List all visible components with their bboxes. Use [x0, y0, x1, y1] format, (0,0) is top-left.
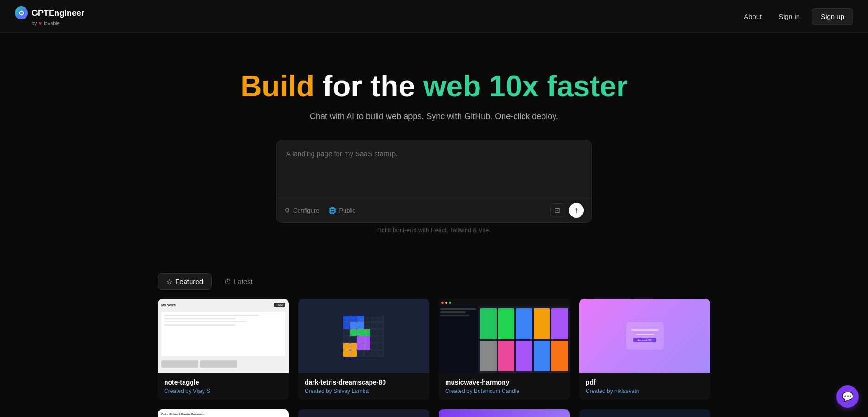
card-thumbnail-tetris	[298, 299, 429, 373]
card-tetris[interactable]: dark-tetris-dreamscape-80 Created by Shi…	[298, 299, 429, 400]
logo-text: GPTEngineer	[32, 8, 84, 18]
thumb-color-picker: Color Picker & Palette Generator	[158, 409, 289, 417]
image-icon: ⊡	[555, 207, 560, 214]
signin-button[interactable]: Sign in	[774, 10, 804, 23]
card-music[interactable]: musicwave-harmony Created by Botanicum C…	[439, 299, 570, 400]
tab-latest-label: Latest	[234, 278, 253, 285]
prompt-container: ⚙ Configure 🌐 Public ⊡ ↑	[276, 140, 592, 234]
chat-icon: 💬	[842, 391, 854, 402]
card-color-picker[interactable]: Color Picker & Palette Generator	[158, 409, 289, 417]
prompt-hint: Build front-end with React, Tailwind & V…	[276, 227, 592, 234]
card-creator: Created by niklasvatn	[586, 388, 704, 394]
hero-section: Build for the web 10x faster Chat with A…	[0, 33, 868, 259]
tab-featured[interactable]: ☆ Featured	[158, 273, 212, 290]
thumb-dark-app-3	[579, 409, 710, 417]
public-label: Public	[339, 207, 355, 214]
card-info-note-taggle: note-taggle Created by Vijay S	[158, 373, 289, 400]
prompt-actions: ⊡ ↑	[550, 203, 584, 218]
card-info-tetris: dark-tetris-dreamscape-80 Created by Shi…	[298, 373, 429, 400]
about-button[interactable]: About	[739, 10, 766, 23]
logo-area: ⚙ GPTEngineer by ♥ lovable	[15, 6, 84, 26]
configure-label: Configure	[293, 207, 319, 214]
cards-grid-bottom: Color Picker & Palette Generator	[0, 409, 868, 417]
tab-featured-label: Featured	[175, 278, 203, 285]
card-thumbnail-music	[439, 299, 570, 373]
nav: About Sign in Sign up	[739, 8, 853, 25]
site-header: ⚙ GPTEngineer by ♥ lovable About Sign in…	[0, 0, 868, 33]
tabs-area: ☆ Featured ⏱ Latest	[0, 259, 868, 299]
card-dark-app-3[interactable]	[579, 409, 710, 417]
thumb-purple-app	[439, 409, 570, 417]
submit-icon: ↑	[574, 206, 578, 215]
heart-icon: ♥	[39, 20, 42, 26]
logo-by-text: by	[32, 20, 37, 26]
thumb-dark-app-2	[298, 409, 429, 417]
logo-icon: ⚙	[15, 6, 28, 19]
submit-button[interactable]: ↑	[569, 203, 584, 218]
hero-title-10x: 10x	[489, 70, 539, 103]
card-creator: Created by Vijay S	[164, 388, 282, 394]
card-name: dark-tetris-dreamscape-80	[305, 379, 423, 386]
card-note-taggle[interactable]: My Notes + New note-taggle Created by	[158, 299, 289, 400]
hero-title-web: web	[423, 70, 481, 103]
hero-subtitle: Chat with AI to build web apps. Sync wit…	[9, 112, 859, 121]
hero-title-faster: faster	[547, 70, 628, 103]
card-creator: Created by Shivay Lamba	[305, 388, 423, 394]
chat-bubble[interactable]: 💬	[836, 385, 859, 408]
prompt-footer: ⚙ Configure 🌐 Public ⊡ ↑	[277, 198, 591, 222]
configure-icon: ⚙	[284, 207, 290, 214]
clock-icon: ⏱	[224, 278, 231, 285]
card-info-music: musicwave-harmony Created by Botanicum C…	[439, 373, 570, 400]
card-pdf[interactable]: Generate PDF pdf Created by niklasvatn	[579, 299, 710, 400]
card-creator: Created by Botanicum Candle	[445, 388, 563, 394]
logo-top: ⚙ GPTEngineer	[15, 6, 84, 19]
public-option[interactable]: 🌐 Public	[328, 207, 355, 214]
prompt-options: ⚙ Configure 🌐 Public	[284, 207, 356, 214]
card-name: musicwave-harmony	[445, 379, 563, 386]
card-purple-app[interactable]	[439, 409, 570, 417]
hero-title: Build for the web 10x faster	[9, 70, 859, 102]
signup-button[interactable]: Sign up	[812, 8, 853, 25]
configure-option[interactable]: ⚙ Configure	[284, 207, 319, 214]
hero-title-for-the: for the	[323, 70, 423, 103]
cards-grid: My Notes + New note-taggle Created by	[0, 299, 868, 409]
card-name: pdf	[586, 379, 704, 386]
prompt-input[interactable]	[277, 140, 591, 196]
logo-by: by ♥ lovable	[15, 20, 84, 26]
tab-latest[interactable]: ⏱ Latest	[216, 273, 262, 290]
globe-icon: 🌐	[328, 207, 336, 214]
upload-image-button[interactable]: ⊡	[550, 203, 564, 217]
card-name: note-taggle	[164, 379, 282, 386]
prompt-box: ⚙ Configure 🌐 Public ⊡ ↑	[276, 140, 592, 223]
card-thumbnail-note-taggle: My Notes + New	[158, 299, 289, 373]
card-thumbnail-pdf: Generate PDF	[579, 299, 710, 373]
star-icon: ☆	[166, 278, 172, 285]
logo-lovable-text: lovable	[44, 20, 60, 26]
hero-title-build: Build	[240, 70, 314, 103]
card-info-pdf: pdf Created by niklasvatn	[579, 373, 710, 400]
card-dark-app-2[interactable]	[298, 409, 429, 417]
